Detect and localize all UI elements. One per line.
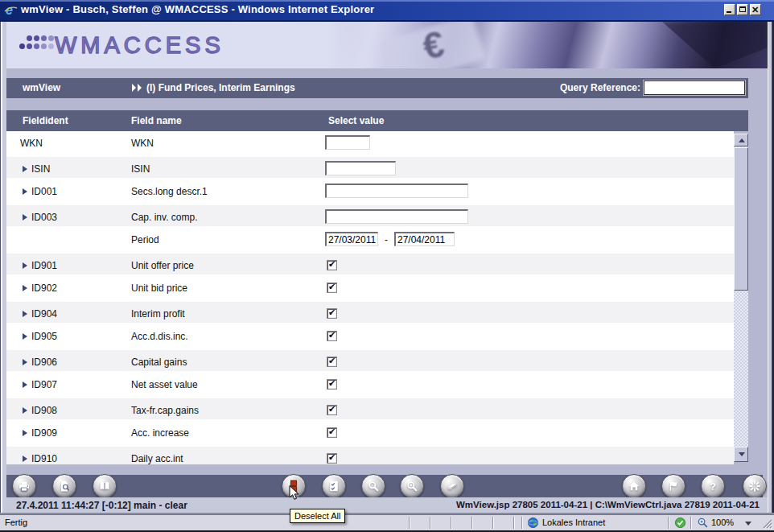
expand-arrow-icon[interactable] [23,188,27,195]
phishing-filter-icon[interactable] [674,517,686,530]
table-row: ID003 Cap. inv. comp. [6,204,734,228]
expand-arrow-icon[interactable] [23,285,27,291]
field-name: Daily acc.int [131,453,183,464]
toolbar: ? [6,475,763,497]
home-icon [628,480,640,493]
table-row: ISIN ISIN [6,155,734,179]
field-name: Unit offer price [131,260,194,271]
field-ident: ID908 [31,405,57,416]
processing-button[interactable] [743,474,767,498]
titlebar[interactable]: e wmView - Busch, Steffen @ WMACCESS - W… [0,0,774,22]
table-row: ID908 Tax-fr.cap.gains [6,397,734,421]
scroll-up-button[interactable] [734,134,748,146]
search-button[interactable] [361,474,385,498]
expand-arrow-icon[interactable] [23,407,27,414]
zoom-magnifier-icon[interactable] [697,517,709,530]
expand-arrow-icon[interactable] [23,166,27,172]
value-input[interactable] [325,209,468,224]
document-magnifier-icon [58,480,71,493]
value-checkbox[interactable] [327,260,337,270]
expand-arrow-icon[interactable] [23,333,27,340]
expand-arrow-icon[interactable] [23,214,27,221]
book-icon [98,480,111,493]
header-photo: € [328,22,768,68]
scroll-down-button[interactable] [734,447,748,462]
field-name: Period [131,234,159,245]
field-ident: ISIN [31,163,50,175]
mouse-cursor [289,485,300,501]
maximize-button[interactable] [737,4,748,15]
expand-arrow-icon[interactable] [23,359,27,365]
expand-arrow-icon[interactable] [23,456,27,462]
preview-button[interactable] [52,474,76,498]
select-all-button[interactable] [322,474,346,498]
brand-header: € WMACCESS [6,22,768,68]
field-name: Acc.d.dis.inc. [131,331,188,342]
column-header-selectvalue: Select value [328,115,384,126]
browser-status-text: Fertig [5,518,27,527]
checklist-icon [327,480,340,493]
field-ident: WKN [20,138,43,149]
field-name: ISIN [131,163,150,175]
query-reference-input[interactable] [644,80,745,95]
table-row: ID905 Acc.d.dis.inc. [6,324,734,348]
value-checkbox[interactable] [327,379,337,390]
table-row: ID901 Unit offer price [6,252,734,276]
book-button[interactable] [93,474,117,498]
magnifier-plus-icon [406,480,418,493]
field-ident: ID910 [31,453,57,464]
value-checkbox[interactable] [327,405,337,415]
period-to-input[interactable] [394,232,455,246]
value-checkbox[interactable] [327,357,337,367]
field-name: Acc. increase [131,427,189,439]
scrollbar-thumb[interactable] [734,147,748,291]
clear-button[interactable] [440,474,464,498]
field-ident: ID909 [31,427,57,439]
period-from-input[interactable] [325,232,378,246]
window-title: wmView - Busch, Steffen @ WMACCESS - Win… [21,3,374,15]
field-ident: ID901 [31,260,57,271]
value-input[interactable] [325,161,396,175]
value-input[interactable] [325,184,468,198]
maximize-icon [739,6,746,12]
expand-arrow-icon[interactable] [23,262,27,269]
view-bar: wmView (I) Fund Prices, Interim Earnings… [6,78,748,98]
field-name: Secs.long descr.1 [131,186,208,197]
field-name: Capital gains [131,357,187,368]
field-ident: ID905 [31,331,57,342]
help-button[interactable]: ? [701,474,725,498]
resize-grip[interactable] [762,518,772,530]
field-ident: ID003 [31,212,57,223]
field-ident: ID904 [31,308,57,320]
home-button[interactable] [622,474,646,498]
table-row: WKN WKN [6,131,734,155]
zoom-level[interactable]: 100% [711,518,734,527]
column-header-fieldident: Fieldident [23,115,68,126]
value-checkbox[interactable] [327,453,337,464]
intranet-globe-icon [527,517,539,530]
arrow-up-icon [739,138,745,142]
expand-arrow-icon[interactable] [23,430,27,436]
magnifier-icon [367,480,380,493]
column-header-fieldname: Field name [131,115,182,126]
value-checkbox[interactable] [327,282,337,293]
expand-arrow-icon[interactable] [23,381,27,388]
table-row: ID909 Acc. increase [6,421,734,445]
zoom-dropdown-icon[interactable] [745,522,751,526]
print-button[interactable] [12,474,36,498]
spinner-icon [748,480,761,493]
value-checkbox[interactable] [327,308,337,319]
tooltip: Deselect All [290,509,345,523]
value-checkbox[interactable] [327,331,337,341]
field-name: Cap. inv. comp. [131,212,197,223]
table-scrollbar [734,134,748,462]
table-row: ID001 Secs.long descr.1 [6,179,734,204]
zoom-in-button[interactable] [400,474,424,498]
close-button[interactable]: ✕ [750,4,761,15]
value-input[interactable] [325,135,370,150]
value-checkbox[interactable] [327,427,337,438]
expand-arrow-icon[interactable] [23,311,27,317]
feedback-button[interactable] [661,474,685,498]
minimize-button[interactable] [724,4,735,15]
table-row: ID910 Daily acc.int [6,445,734,464]
